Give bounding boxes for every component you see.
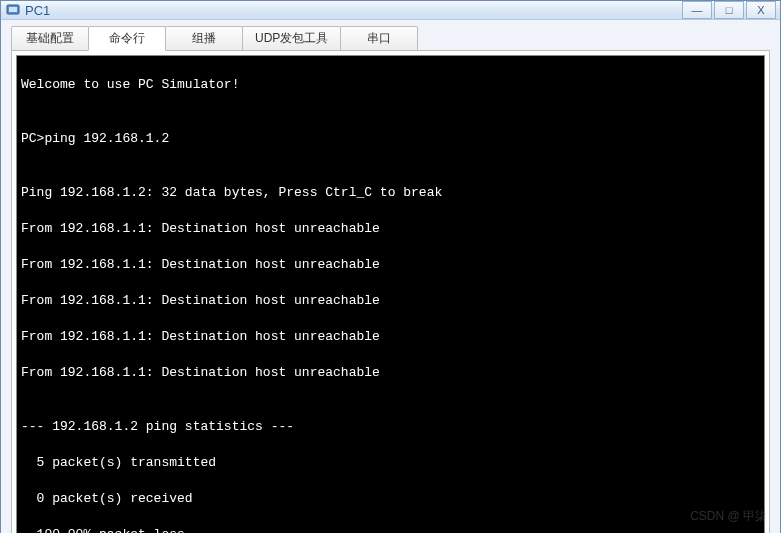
tab-bar: 基础配置 命令行 组播 UDP发包工具 串口	[11, 26, 770, 50]
svg-rect-1	[9, 7, 17, 12]
terminal-line: --- 192.168.1.2 ping statistics ---	[21, 418, 760, 436]
content-area: 基础配置 命令行 组播 UDP发包工具 串口 Welcome to use PC…	[1, 20, 780, 533]
tab-basic-config[interactable]: 基础配置	[11, 26, 89, 50]
terminal-line: From 192.168.1.1: Destination host unrea…	[21, 364, 760, 382]
tab-panel: Welcome to use PC Simulator! PC>ping 192…	[11, 50, 770, 533]
terminal-line: 100.00% packet loss	[21, 526, 760, 533]
terminal-line: From 192.168.1.1: Destination host unrea…	[21, 328, 760, 346]
terminal-line: From 192.168.1.1: Destination host unrea…	[21, 292, 760, 310]
tab-multicast[interactable]: 组播	[165, 26, 243, 50]
window-controls: — □ X	[682, 1, 776, 19]
tab-command-line[interactable]: 命令行	[88, 26, 166, 51]
terminal-line: From 192.168.1.1: Destination host unrea…	[21, 220, 760, 238]
terminal-line: PC>ping 192.168.1.2	[21, 130, 760, 148]
terminal-line: Ping 192.168.1.2: 32 data bytes, Press C…	[21, 184, 760, 202]
app-icon	[5, 2, 21, 18]
close-button[interactable]: X	[746, 1, 776, 19]
minimize-button[interactable]: —	[682, 1, 712, 19]
titlebar: PC1 — □ X	[1, 1, 780, 20]
tab-udp-tool[interactable]: UDP发包工具	[242, 26, 341, 50]
terminal-line: 5 packet(s) transmitted	[21, 454, 760, 472]
terminal-line: Welcome to use PC Simulator!	[21, 76, 760, 94]
app-window: PC1 — □ X 基础配置 命令行 组播 UDP发包工具 串口 Welcome…	[0, 0, 781, 533]
window-title: PC1	[25, 3, 682, 18]
maximize-button[interactable]: □	[714, 1, 744, 19]
tab-serial[interactable]: 串口	[340, 26, 418, 50]
terminal[interactable]: Welcome to use PC Simulator! PC>ping 192…	[16, 55, 765, 533]
terminal-line: 0 packet(s) received	[21, 490, 760, 508]
terminal-line: From 192.168.1.1: Destination host unrea…	[21, 256, 760, 274]
